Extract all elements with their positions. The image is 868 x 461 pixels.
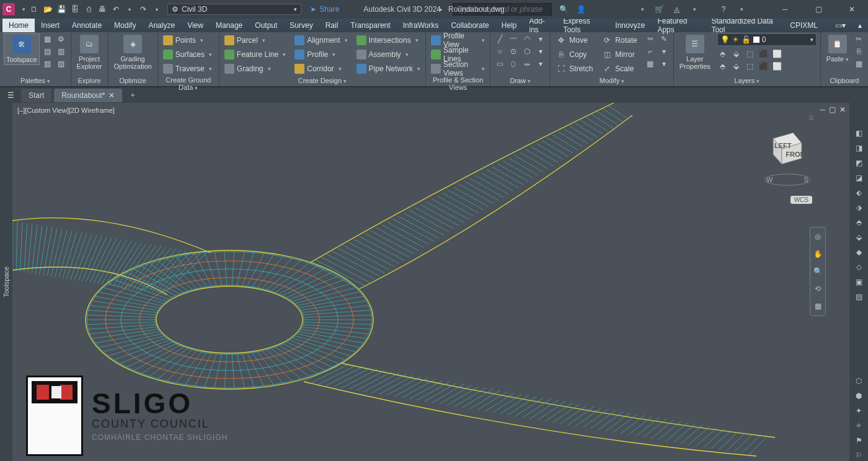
cut-icon[interactable]: ✂	[853, 33, 864, 45]
menu-survey[interactable]: Survey	[283, 19, 319, 32]
menu-infraworks[interactable]: InfraWorks	[397, 19, 445, 32]
rr-i18[interactable]: ⚐	[853, 450, 864, 461]
app-menu-dropdown[interactable]	[17, 4, 29, 15]
profile-button[interactable]: Profile	[293, 48, 348, 61]
menu-manage[interactable]: Manage	[210, 19, 249, 32]
move-button[interactable]: ✥Move	[554, 33, 594, 46]
rr-i11[interactable]: ▣	[853, 276, 864, 288]
zoom-icon[interactable]: 🔍	[812, 266, 823, 277]
mirror-button[interactable]: ◫Mirror	[600, 48, 638, 61]
panel-layers-title[interactable]: Layers	[678, 76, 817, 86]
tabs-menu-icon[interactable]: ☰	[2, 87, 19, 103]
menu-analyze[interactable]: Analyze	[142, 19, 181, 32]
tab-document[interactable]: Roundabout*✕	[54, 89, 122, 102]
pal-ico5[interactable]: ▧	[42, 58, 53, 69]
surfaces-button[interactable]: Surfaces	[162, 48, 213, 61]
mod-ico4[interactable]: ▾	[658, 46, 670, 57]
cart-icon[interactable]: 🛒	[653, 4, 665, 15]
lay-i9[interactable]: ⬛	[758, 61, 769, 72]
draw-ico4[interactable]: ▾	[535, 33, 546, 45]
vp-maximize-icon[interactable]: ▢	[829, 105, 836, 114]
minimize-button[interactable]: ─	[771, 1, 799, 18]
pal-ico2[interactable]: ⚙	[56, 33, 67, 45]
maximize-button[interactable]: ▢	[805, 1, 832, 18]
pal-ico3[interactable]: ▤	[42, 46, 53, 57]
arc-icon[interactable]: ◠	[521, 33, 533, 45]
mod-ico6[interactable]: ▾	[658, 58, 670, 69]
rr-i15[interactable]: ✦	[853, 405, 864, 416]
clip-i3[interactable]: ▦	[853, 58, 864, 69]
undo-icon[interactable]: ↶	[110, 4, 122, 15]
copyclip-icon[interactable]: ⎘	[853, 46, 864, 57]
pal-ico6[interactable]: ▨	[56, 58, 67, 69]
new-icon[interactable]: 🗋	[29, 4, 40, 15]
close-button[interactable]: ✕	[838, 1, 866, 18]
ribbon-collapse-icon[interactable]: ▴	[852, 19, 868, 32]
a360-icon[interactable]: ◬	[671, 4, 682, 15]
lay-i4[interactable]: ⬛	[758, 48, 769, 59]
pan-icon[interactable]: ✋	[812, 248, 823, 260]
viewport[interactable]: [–][Custom View][2D Wireframe] ─ ▢ ✕ ⌂ L…	[12, 103, 849, 461]
lay-i3[interactable]: ⬚	[745, 48, 756, 59]
parcel-button[interactable]: Parcel	[223, 33, 287, 46]
panel-profile-title[interactable]: Profile & Section Views	[430, 75, 486, 93]
rr-i2[interactable]: ◨	[853, 143, 864, 154]
panel-ground-title[interactable]: Create Ground Data	[162, 75, 215, 93]
draw-ico6[interactable]: ⊙	[508, 46, 519, 57]
menu-transparent[interactable]: Transparent	[344, 19, 396, 32]
help-dd[interactable]	[735, 4, 746, 15]
menu-home[interactable]: Home	[2, 19, 35, 32]
rr-i12[interactable]: ▤	[853, 291, 864, 302]
featureline-button[interactable]: Feature Line	[223, 48, 287, 61]
panel-modify-title[interactable]: Modify	[554, 76, 669, 86]
rr-i6[interactable]: ⬗	[853, 202, 864, 213]
menu-annotate[interactable]: Annotate	[66, 19, 108, 32]
rr-i17[interactable]: ⚑	[853, 435, 864, 446]
scale-button[interactable]: ⤢Scale	[600, 62, 638, 75]
draw-ico7[interactable]: ⬡	[521, 46, 533, 57]
menu-cpixml[interactable]: CPIXML	[784, 19, 824, 32]
traverse-button[interactable]: Traverse	[162, 62, 213, 75]
rect-icon[interactable]: ▭	[494, 58, 505, 69]
ribbon-options-icon[interactable]: ▭▾	[829, 19, 852, 32]
toolspace-button[interactable]: 🛠 Toolspace	[4, 33, 40, 65]
profileview-button[interactable]: Profile View	[430, 33, 486, 46]
panel-clipboard-title[interactable]: Clipboard	[825, 76, 864, 86]
lay-i1[interactable]: ⬘	[717, 48, 728, 59]
samplelines-button[interactable]: Sample Lines	[430, 48, 486, 61]
menu-help[interactable]: Help	[495, 19, 523, 32]
app-dd2[interactable]	[688, 4, 699, 15]
draw-ico12[interactable]: ▾	[535, 58, 546, 69]
menu-innovyze[interactable]: Innovyze	[609, 19, 651, 32]
panel-explore-title[interactable]: Explore	[75, 76, 104, 86]
save-icon[interactable]: 💾	[56, 4, 67, 15]
draw-ico10[interactable]: ⬯	[508, 58, 519, 69]
vp-close-icon[interactable]: ✕	[839, 105, 846, 114]
wcs-badge[interactable]: WCS	[790, 196, 812, 204]
app-logo[interactable]: C	[2, 3, 15, 15]
stretch-button[interactable]: ⛶Stretch	[554, 62, 594, 75]
menu-modify[interactable]: Modify	[108, 19, 142, 32]
menu-insert[interactable]: Insert	[35, 19, 66, 32]
saveas-icon[interactable]: 🗄	[69, 4, 81, 15]
rr-i1[interactable]: ◧	[853, 128, 864, 139]
lay-i6[interactable]: ⬘	[717, 61, 728, 72]
tab-start[interactable]: Start	[21, 89, 51, 102]
rr-i9[interactable]: ◆	[853, 247, 864, 258]
rr-i16[interactable]: ✧	[853, 420, 864, 431]
pal-ico1[interactable]: ▦	[42, 33, 53, 45]
panel-design-title[interactable]: Create Design	[223, 76, 422, 86]
lay-i10[interactable]: ⬜	[772, 61, 783, 72]
panel-draw-title[interactable]: Draw	[494, 76, 546, 86]
viewcube-home-icon[interactable]: ⌂	[809, 113, 813, 121]
rr-i14[interactable]: ⬢	[853, 390, 864, 402]
left-rail[interactable]: Toolspace	[0, 103, 12, 461]
rr-i10[interactable]: ◇	[853, 261, 864, 273]
menu-collaborate[interactable]: Collaborate	[445, 19, 495, 32]
trim-icon[interactable]: ✂	[645, 33, 656, 45]
tab-close-icon[interactable]: ✕	[108, 91, 115, 100]
corridor-button[interactable]: Corridor	[293, 62, 348, 75]
paste-button[interactable]: 📋Paste	[825, 33, 851, 64]
viewcube[interactable]: LEFT FRONT WS	[756, 121, 818, 190]
intersections-button[interactable]: Intersections	[355, 33, 422, 46]
